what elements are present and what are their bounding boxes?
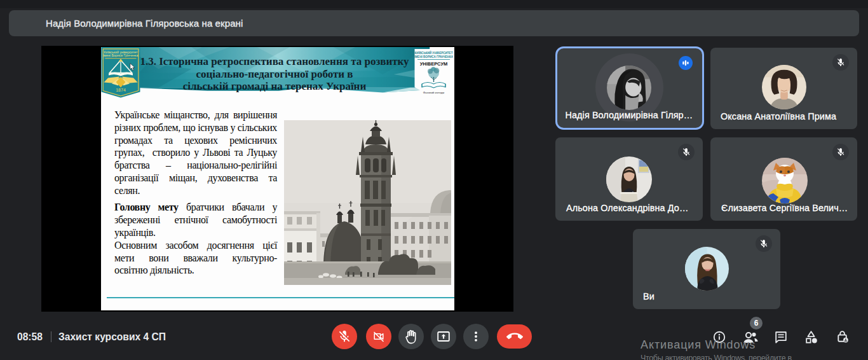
svg-text:УНІВЕРСУМ: УНІВЕРСУМ [420,61,448,67]
svg-text:ІМЕНІ БОРИСА ГРІНЧЕНКА: ІМЕНІ БОРИСА ГРІНЧЕНКА [414,55,453,59]
svg-text:КИЇВСЬКИЙ УНІВЕРСИТЕТ: КИЇВСЬКИЙ УНІВЕРСИТЕТ [415,50,453,55]
svg-text:Фаховий коледж: Фаховий коледж [423,91,445,94]
svg-text:імені Бориса Грінченка: імені Бориса Грінченка [103,53,138,57]
svg-text:1874: 1874 [116,88,126,92]
